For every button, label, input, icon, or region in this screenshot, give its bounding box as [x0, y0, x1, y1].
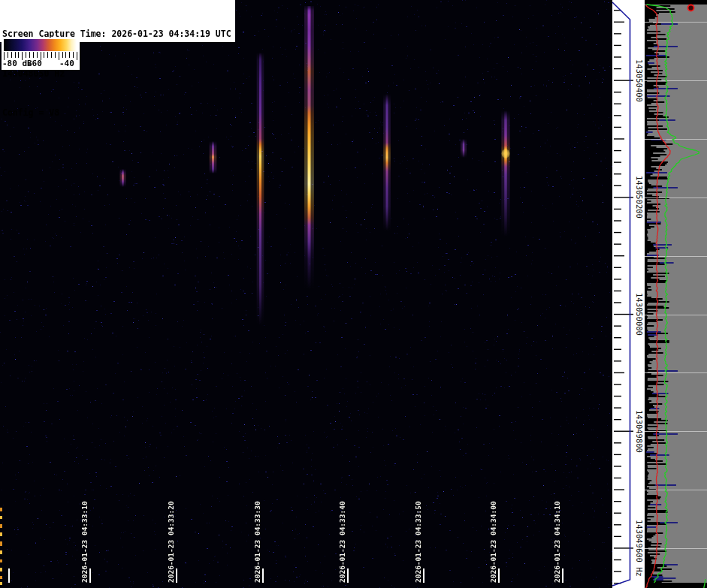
time-axis-tick	[262, 568, 264, 583]
freq-axis-label: 143049800	[635, 410, 644, 453]
capture-info-box: Screen Capture Time: 2026-01-23 04:34:19…	[0, 0, 235, 42]
spectrum-lab-screen: Screen Capture Time: 2026-01-23 04:34:19…	[0, 0, 707, 588]
time-axis-label: 2026-01-23 04:33:40	[338, 501, 346, 583]
time-axis-label: 2026-01-23 04:33:10	[80, 501, 89, 583]
time-axis-tick	[8, 568, 10, 583]
color-scale-gradient	[4, 39, 77, 51]
freq-axis-label: 143050400	[635, 59, 644, 102]
freq-axis-label: 143049600 Hz	[635, 520, 644, 577]
config-text: Config = V8	[2, 107, 235, 120]
time-axis-label: 2026-01-23 04:33:20	[167, 501, 175, 583]
time-axis-tick	[423, 568, 425, 583]
freq-range-bracket	[612, 2, 630, 586]
color-scale-legend: -80 dB -60 -40	[2, 38, 80, 70]
time-axis-label: 2026-01-23 04:33:50	[414, 501, 422, 583]
freq-axis-label: 143050000	[635, 293, 644, 336]
time-axis-label: 2026-01-23 04:34:00	[489, 501, 497, 583]
scale-label-40db: -40	[59, 59, 74, 68]
time-axis-label: 2026-01-23 04:33:30	[253, 501, 261, 583]
time-axis-tick	[498, 568, 500, 583]
scale-label-60db: -60	[27, 59, 42, 68]
time-axis-label: 2026-01-23 04:34:10	[553, 501, 561, 583]
freq-axis-label: 143050200	[635, 176, 644, 219]
time-axis-tick	[176, 568, 177, 583]
time-axis-tick	[89, 568, 91, 583]
amplitude-spectrum-panel	[645, 0, 707, 588]
time-axis-tick	[347, 568, 349, 583]
time-axis-tick	[562, 568, 563, 583]
